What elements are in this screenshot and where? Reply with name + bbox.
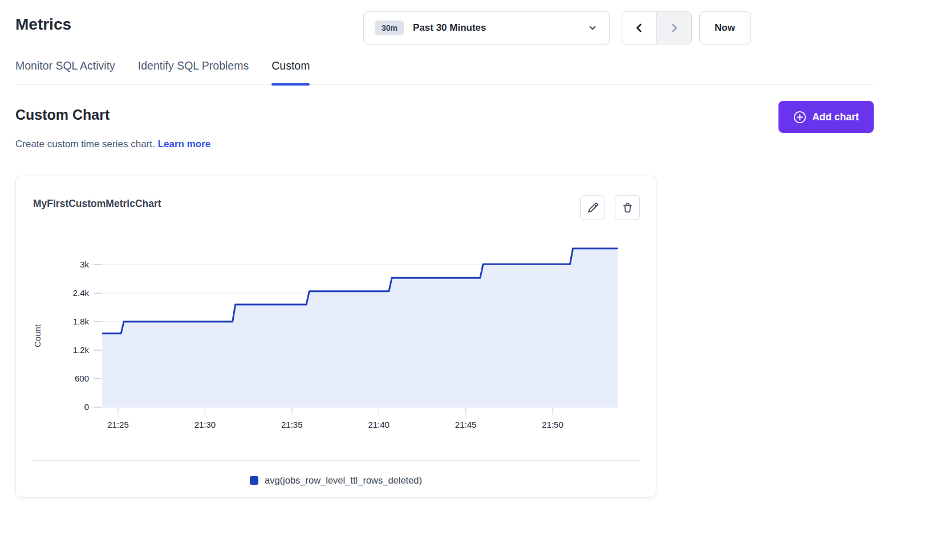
tab-bar: Monitor SQL Activity Identify SQL Proble… bbox=[15, 59, 874, 85]
delete-chart-button[interactable] bbox=[615, 195, 640, 220]
next-time-button-disabled bbox=[657, 12, 691, 44]
pencil-icon bbox=[587, 202, 599, 214]
trash-icon bbox=[622, 202, 634, 214]
legend-swatch bbox=[250, 476, 258, 485]
chart-title: MyFirstCustomMetricChart bbox=[33, 198, 161, 210]
chevron-left-icon bbox=[633, 22, 646, 34]
add-chart-label: Add chart bbox=[812, 111, 859, 123]
legend-divider bbox=[33, 460, 640, 461]
svg-text:21:35: 21:35 bbox=[281, 420, 303, 429]
edit-chart-button[interactable] bbox=[580, 195, 605, 220]
tab-identify-sql-problems[interactable]: Identify SQL Problems bbox=[138, 59, 249, 84]
page-title: Metrics bbox=[15, 15, 71, 34]
legend-series-label: avg(jobs_row_level_ttl_rows_deleted) bbox=[265, 475, 422, 486]
chart-card: MyFirstCustomMetricChart 06001.2k1.8k2.4… bbox=[15, 176, 656, 498]
tab-custom[interactable]: Custom bbox=[271, 59, 310, 84]
time-range-badge: 30m bbox=[375, 21, 404, 35]
time-series-chart: 06001.2k1.8k2.4k3k21:2521:3021:3521:4021… bbox=[16, 233, 657, 439]
svg-text:0: 0 bbox=[84, 402, 89, 412]
now-button[interactable]: Now bbox=[699, 11, 751, 44]
add-chart-button[interactable]: Add chart bbox=[778, 101, 874, 133]
section-description-text: Create custom time series chart. bbox=[15, 139, 155, 149]
time-range-label: Past 30 Minutes bbox=[413, 22, 578, 34]
section-title: Custom Chart bbox=[15, 107, 109, 123]
chevron-down-icon bbox=[587, 23, 598, 33]
svg-text:21:40: 21:40 bbox=[368, 420, 390, 429]
svg-text:1.2k: 1.2k bbox=[73, 345, 90, 355]
plus-circle-icon bbox=[793, 111, 806, 124]
svg-text:3k: 3k bbox=[80, 259, 89, 269]
tab-monitor-sql-activity[interactable]: Monitor SQL Activity bbox=[15, 59, 115, 84]
time-nav-group bbox=[622, 11, 692, 44]
svg-text:21:45: 21:45 bbox=[455, 420, 477, 429]
section-description: Create custom time series chart.Learn mo… bbox=[15, 139, 210, 150]
svg-text:21:25: 21:25 bbox=[107, 420, 129, 429]
svg-text:21:30: 21:30 bbox=[194, 420, 216, 429]
svg-text:21:50: 21:50 bbox=[542, 420, 563, 429]
chevron-right-icon bbox=[668, 22, 680, 34]
time-range-picker[interactable]: 30m Past 30 Minutes bbox=[363, 11, 610, 44]
svg-text:1.8k: 1.8k bbox=[73, 316, 90, 326]
prev-time-button[interactable] bbox=[622, 12, 657, 44]
svg-text:2.4k: 2.4k bbox=[73, 288, 90, 298]
svg-text:Count: Count bbox=[33, 324, 42, 347]
svg-text:600: 600 bbox=[75, 374, 89, 383]
chart-legend: avg(jobs_row_level_ttl_rows_deleted) bbox=[16, 475, 656, 486]
learn-more-link[interactable]: Learn more bbox=[158, 139, 211, 149]
